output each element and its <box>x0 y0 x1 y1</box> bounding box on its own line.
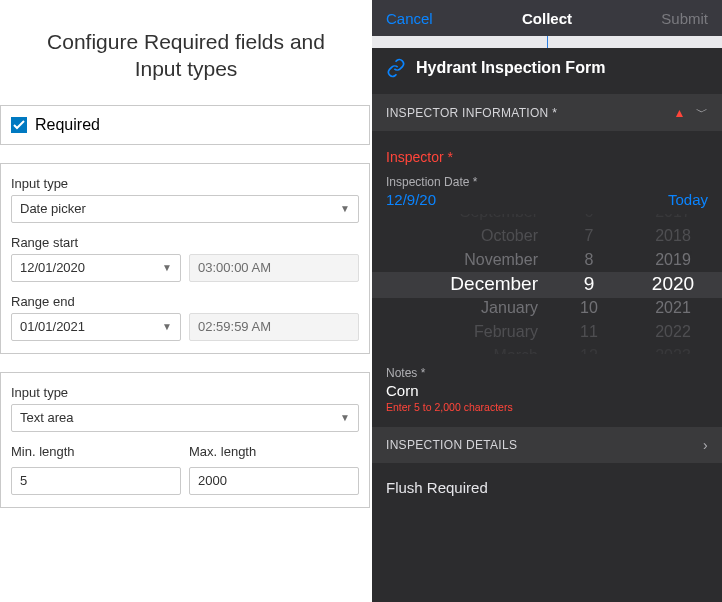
notes-input[interactable]: Corn <box>386 382 708 399</box>
link-icon <box>386 58 406 78</box>
input-type-select[interactable]: Date picker ▼ <box>11 195 359 223</box>
notes-label: Notes * <box>386 366 708 380</box>
inspection-date-label: Inspection Date * <box>386 175 708 189</box>
range-start-time-value: 03:00:00 AM <box>198 260 271 275</box>
flush-required-row[interactable]: Flush Required <box>372 463 722 512</box>
chevron-down-icon: ▼ <box>162 262 172 273</box>
range-start-time[interactable]: 03:00:00 AM <box>189 254 359 282</box>
range-start-date-value: 12/01/2020 <box>20 260 85 275</box>
date-input-panel: Input type Date picker ▼ Range start 12/… <box>0 163 370 354</box>
input-type-value: Date picker <box>20 201 86 216</box>
range-end-time-value: 02:59:59 AM <box>198 319 271 334</box>
warning-icon: ▲ <box>674 106 686 120</box>
section-inspector-label: INSPECTOR INFORMATION * <box>386 106 557 120</box>
max-length-input[interactable]: 2000 <box>189 467 359 495</box>
submit-button[interactable]: Submit <box>661 10 708 27</box>
form-title: Hydrant Inspection Form <box>416 59 605 77</box>
range-end-date[interactable]: 01/01/2021 ▼ <box>11 313 181 341</box>
required-label: Required <box>35 116 100 134</box>
form-sheet: Hydrant Inspection Form INSPECTOR INFORM… <box>372 44 722 602</box>
min-length-label: Min. length <box>11 444 181 459</box>
date-picker[interactable]: September October November December Janu… <box>372 214 722 354</box>
required-panel: Required <box>0 105 370 145</box>
section-details[interactable]: INSPECTION DETAILS › <box>372 427 722 463</box>
min-length-input[interactable]: 5 <box>11 467 181 495</box>
range-end-time[interactable]: 02:59:59 AM <box>189 313 359 341</box>
form-header: Hydrant Inspection Form <box>372 44 722 94</box>
max-length-label: Max. length <box>189 444 359 459</box>
range-start-label: Range start <box>11 235 359 250</box>
required-checkbox[interactable] <box>11 117 27 133</box>
chevron-right-icon: › <box>703 437 708 453</box>
section-inspector[interactable]: INSPECTOR INFORMATION * ▲ ﹀ <box>372 94 722 131</box>
input-type-select-text[interactable]: Text area ▼ <box>11 404 359 432</box>
today-button[interactable]: Today <box>668 191 708 208</box>
input-type-label: Input type <box>11 385 359 400</box>
min-length-value: 5 <box>20 473 27 488</box>
cancel-button[interactable]: Cancel <box>386 10 433 27</box>
range-start-date[interactable]: 12/01/2020 ▼ <box>11 254 181 282</box>
chevron-down-icon: ﹀ <box>696 104 708 121</box>
map-strip <box>372 36 722 48</box>
chevron-down-icon: ▼ <box>340 203 350 214</box>
page-title: Configure Required fields and Input type… <box>0 0 372 105</box>
chevron-down-icon: ▼ <box>340 412 350 423</box>
input-type-value: Text area <box>20 410 73 425</box>
inspection-date-value[interactable]: 12/9/20 <box>386 191 436 208</box>
range-end-label: Range end <box>11 294 359 309</box>
range-end-date-value: 01/01/2021 <box>20 319 85 334</box>
text-input-panel: Input type Text area ▼ Min. length 5 Max… <box>0 372 370 508</box>
chevron-down-icon: ▼ <box>162 321 172 332</box>
notes-hint: Enter 5 to 2,000 characters <box>386 401 708 413</box>
max-length-value: 2000 <box>198 473 227 488</box>
nav-bar: Cancel Collect Submit <box>372 0 722 36</box>
input-type-label: Input type <box>11 176 359 191</box>
section-details-label: INSPECTION DETAILS <box>386 438 517 452</box>
inspector-label: Inspector * <box>386 149 708 165</box>
nav-title: Collect <box>522 10 572 27</box>
